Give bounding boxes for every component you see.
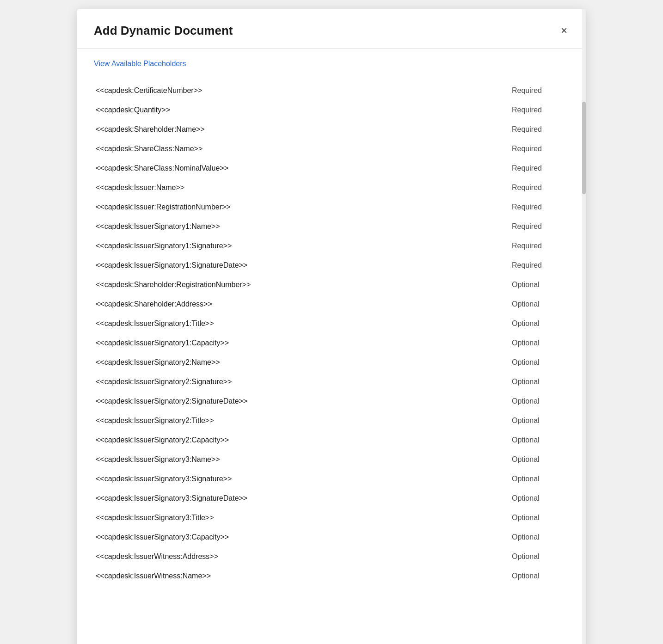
placeholder-name: <<capdesk:IssuerSignatory2:SignatureDate…	[96, 397, 512, 405]
placeholder-status: Required	[512, 203, 567, 211]
placeholder-row: <<capdesk:IssuerSignatory3:Name>>Optiona…	[94, 450, 569, 469]
placeholder-name: <<capdesk:IssuerSignatory3:SignatureDate…	[96, 494, 512, 503]
placeholder-name: <<capdesk:IssuerSignatory1:Capacity>>	[96, 339, 512, 347]
placeholder-status: Optional	[512, 417, 567, 425]
modal-title: Add Dynamic Document	[94, 24, 233, 38]
placeholder-status: Required	[512, 184, 567, 192]
placeholder-name: <<capdesk:IssuerSignatory1:SignatureDate…	[96, 261, 512, 270]
placeholder-status: Optional	[512, 572, 567, 580]
placeholder-row: <<capdesk:IssuerSignatory1:SignatureDate…	[94, 256, 569, 275]
placeholder-row: <<capdesk:IssuerSignatory2:Name>>Optiona…	[94, 353, 569, 372]
placeholder-name: <<capdesk:IssuerSignatory1:Name>>	[96, 222, 512, 231]
placeholder-name: <<capdesk:Shareholder:Address>>	[96, 300, 512, 308]
placeholder-name: <<capdesk:Issuer:Name>>	[96, 184, 512, 192]
placeholder-status: Optional	[512, 514, 567, 522]
placeholder-list: <<capdesk:CertificateNumber>>Required<<c…	[94, 81, 569, 586]
placeholder-name: <<capdesk:IssuerSignatory1:Signature>>	[96, 242, 512, 250]
placeholder-row: <<capdesk:Issuer:RegistrationNumber>>Req…	[94, 197, 569, 217]
placeholder-status: Required	[512, 242, 567, 250]
placeholder-row: <<capdesk:IssuerSignatory3:Capacity>>Opt…	[94, 527, 569, 547]
placeholder-name: <<capdesk:Quantity>>	[96, 106, 512, 114]
placeholder-status: Optional	[512, 436, 567, 444]
placeholder-name: <<capdesk:IssuerWitness:Address>>	[96, 552, 512, 561]
placeholder-name: <<capdesk:IssuerSignatory2:Title>>	[96, 417, 512, 425]
placeholder-status: Optional	[512, 455, 567, 464]
placeholder-status: Optional	[512, 339, 567, 347]
placeholder-row: <<capdesk:IssuerWitness:Name>>Optional	[94, 566, 569, 586]
modal-header: Add Dynamic Document ×	[77, 9, 586, 49]
placeholder-row: <<capdesk:IssuerSignatory2:Signature>>Op…	[94, 372, 569, 392]
placeholder-name: <<capdesk:ShareClass:Name>>	[96, 145, 512, 153]
placeholder-name: <<capdesk:IssuerSignatory1:Title>>	[96, 319, 512, 328]
placeholder-row: <<capdesk:Shareholder:Name>>Required	[94, 120, 569, 139]
placeholder-status: Required	[512, 125, 567, 134]
placeholder-status: Optional	[512, 552, 567, 561]
modal-body: View Available Placeholders <<capdesk:Ce…	[77, 49, 586, 644]
placeholder-status: Optional	[512, 475, 567, 483]
placeholder-row: <<capdesk:IssuerSignatory3:Title>>Option…	[94, 508, 569, 527]
placeholder-status: Required	[512, 261, 567, 270]
placeholder-status: Required	[512, 164, 567, 172]
placeholder-row: <<capdesk:IssuerWitness:Address>>Optiona…	[94, 547, 569, 566]
close-button[interactable]: ×	[559, 22, 569, 39]
placeholder-status: Required	[512, 145, 567, 153]
placeholder-row: <<capdesk:IssuerSignatory1:Title>>Option…	[94, 314, 569, 333]
add-dynamic-document-modal: Add Dynamic Document × View Available Pl…	[77, 9, 586, 644]
placeholder-row: <<capdesk:ShareClass:NominalValue>>Requi…	[94, 159, 569, 178]
view-placeholders-link[interactable]: View Available Placeholders	[94, 60, 186, 68]
placeholder-row: <<capdesk:ShareClass:Name>>Required	[94, 139, 569, 159]
placeholder-name: <<capdesk:IssuerWitness:Name>>	[96, 572, 512, 580]
scrollbar-track	[582, 9, 586, 644]
placeholder-name: <<capdesk:CertificateNumber>>	[96, 86, 512, 95]
placeholder-row: <<capdesk:IssuerSignatory2:Title>>Option…	[94, 411, 569, 430]
placeholder-name: <<capdesk:Shareholder:RegistrationNumber…	[96, 281, 512, 289]
placeholder-status: Optional	[512, 397, 567, 405]
placeholder-row: <<capdesk:IssuerSignatory3:SignatureDate…	[94, 489, 569, 508]
placeholder-row: <<capdesk:IssuerSignatory1:Capacity>>Opt…	[94, 333, 569, 353]
placeholder-status: Optional	[512, 281, 567, 289]
placeholder-row: <<capdesk:IssuerSignatory3:Signature>>Op…	[94, 469, 569, 489]
placeholder-status: Required	[512, 106, 567, 114]
placeholder-status: Optional	[512, 300, 567, 308]
placeholder-status: Optional	[512, 494, 567, 503]
placeholder-name: <<capdesk:IssuerSignatory2:Signature>>	[96, 378, 512, 386]
placeholder-row: <<capdesk:IssuerSignatory2:SignatureDate…	[94, 392, 569, 411]
placeholder-name: <<capdesk:IssuerSignatory3:Title>>	[96, 514, 512, 522]
placeholder-row: <<capdesk:Shareholder:RegistrationNumber…	[94, 275, 569, 294]
placeholder-name: <<capdesk:IssuerSignatory2:Name>>	[96, 358, 512, 367]
placeholder-status: Optional	[512, 378, 567, 386]
placeholder-name: <<capdesk:IssuerSignatory3:Signature>>	[96, 475, 512, 483]
placeholder-status: Required	[512, 222, 567, 231]
placeholder-name: <<capdesk:IssuerSignatory3:Capacity>>	[96, 533, 512, 541]
placeholder-row: <<capdesk:Issuer:Name>>Required	[94, 178, 569, 197]
placeholder-status: Optional	[512, 533, 567, 541]
placeholder-name: <<capdesk:IssuerSignatory3:Name>>	[96, 455, 512, 464]
placeholder-row: <<capdesk:CertificateNumber>>Required	[94, 81, 569, 100]
placeholder-status: Optional	[512, 358, 567, 367]
placeholder-status: Required	[512, 86, 567, 95]
placeholder-name: <<capdesk:Issuer:RegistrationNumber>>	[96, 203, 512, 211]
placeholder-status: Optional	[512, 319, 567, 328]
placeholder-row: <<capdesk:Shareholder:Address>>Optional	[94, 294, 569, 314]
scrollbar-thumb	[582, 102, 586, 194]
placeholder-row: <<capdesk:IssuerSignatory1:Signature>>Re…	[94, 236, 569, 256]
placeholder-name: <<capdesk:IssuerSignatory2:Capacity>>	[96, 436, 512, 444]
placeholder-row: <<capdesk:Quantity>>Required	[94, 100, 569, 120]
placeholder-row: <<capdesk:IssuerSignatory1:Name>>Require…	[94, 217, 569, 236]
placeholder-name: <<capdesk:ShareClass:NominalValue>>	[96, 164, 512, 172]
placeholder-row: <<capdesk:IssuerSignatory2:Capacity>>Opt…	[94, 430, 569, 450]
placeholder-name: <<capdesk:Shareholder:Name>>	[96, 125, 512, 134]
